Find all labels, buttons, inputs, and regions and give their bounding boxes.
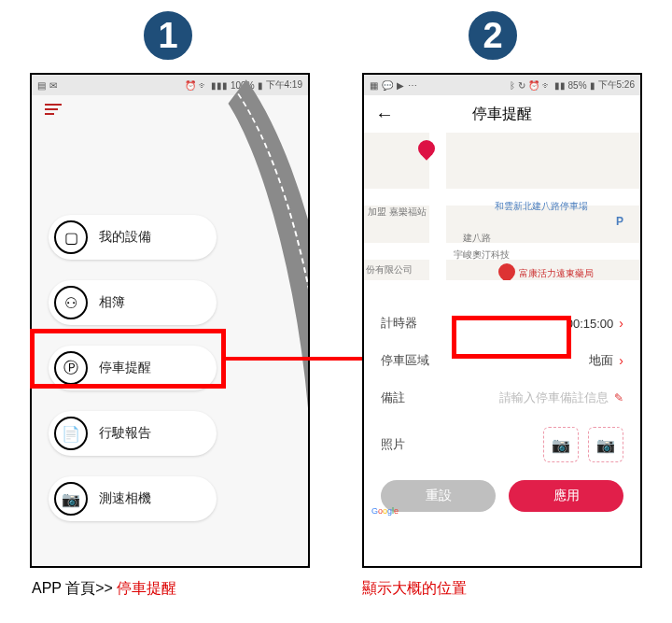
sim-icon: ▤ [37, 80, 46, 91]
alarm-icon: ⏰ [528, 80, 539, 91]
camera-icon: 📷 [54, 482, 88, 516]
pencil-icon: ✎ [614, 391, 623, 404]
device-icon: ▢ [54, 220, 88, 254]
step-badge-1: 1 [140, 7, 196, 64]
page-title: 停車提醒 [472, 105, 532, 124]
chevron-right-icon: › [619, 353, 623, 368]
caption-right: 顯示大概的位置 [362, 579, 467, 599]
map-poi: 富康活力遠東藥局 [519, 267, 594, 280]
map-poi: 加盟 嘉樂福站 [368, 205, 427, 219]
report-icon: 📄 [54, 417, 88, 450]
apply-button[interactable]: 應用 [509, 480, 623, 512]
highlight-box-location [452, 316, 571, 359]
camera-icon: 📷 [596, 436, 615, 454]
more-icon: ⋯ [408, 80, 417, 91]
camera-icon: 📷 [552, 436, 570, 454]
menu-label: 行駛報告 [99, 425, 151, 442]
clock-text: 下午5:26 [598, 78, 635, 92]
map-poi: 宇峻奧汀科技 [454, 248, 510, 262]
menu-label: 測速相機 [99, 490, 151, 507]
menu-item-speed-camera[interactable]: 📷 測速相機 [49, 476, 217, 521]
highlight-box-menu [30, 329, 226, 389]
row-note[interactable]: 備註 請輸入停車備註信息✎ [364, 379, 640, 417]
photo-slot[interactable]: 📷 [543, 427, 579, 462]
battery-text: 85% [568, 80, 587, 91]
map-poi: 份有限公司 [366, 263, 413, 276]
menu-label: 相簿 [99, 294, 125, 311]
battery-icon: ▮ [590, 80, 595, 91]
app-icon: ▦ [370, 80, 378, 91]
timer-value: 00:15:00 [567, 317, 614, 331]
row-label: 停車區域 [381, 352, 429, 369]
step-badge-2: 2 [465, 7, 521, 64]
sync-icon: ↻ [518, 80, 525, 91]
google-logo: Google [371, 506, 399, 516]
video-icon: ▶ [397, 80, 404, 91]
chat-icon: 💬 [382, 80, 393, 91]
back-icon[interactable]: ← [375, 104, 394, 125]
menu-item-driving-report[interactable]: 📄 行駛報告 [49, 411, 217, 456]
menu-item-album[interactable]: ⚇ 相簿 [49, 280, 217, 325]
phone-screenshot-1: ▤ ✉ ⏰ ᯤ ▮▮▮ 100% ▮ 下午4:19 ▢ 我的設備 ⚇ 相簿 Ⓟ … [30, 73, 310, 568]
bluetooth-icon: ᛒ [510, 80, 515, 91]
menu-item-my-device[interactable]: ▢ 我的設備 [49, 215, 217, 260]
clock-text: 下午4:19 [266, 78, 302, 92]
mail-icon: ✉ [49, 80, 57, 91]
row-label: 備註 [381, 389, 405, 406]
row-label: 計時器 [381, 315, 417, 332]
chevron-right-icon: › [619, 316, 623, 331]
status-bar: ▦ 💬 ▶ ⋯ ᛒ ↻ ⏰ ᯤ ▮▮ 85% ▮ 下午5:26 [364, 75, 640, 95]
map-poi: 和雲新北建八路停車場 [495, 200, 588, 213]
photo-slot[interactable]: 📷 [588, 427, 623, 462]
parking-p-icon: P [616, 215, 623, 228]
area-value: 地面 [589, 352, 613, 369]
button-row: 重設 應用 [364, 473, 640, 519]
battery-icon: ▮ [258, 80, 263, 91]
person-icon: ⚇ [54, 286, 88, 319]
signal-icon: ▮▮ [554, 80, 566, 91]
row-photo: 照片 📷 📷 [364, 417, 640, 473]
caption-text: APP 首頁>> [32, 580, 117, 596]
menu-label: 我的設備 [99, 229, 151, 246]
note-placeholder: 請輸入停車備註信息 [499, 389, 609, 406]
menu-icon[interactable] [45, 104, 62, 115]
caption-left: APP 首頁>> 停車提醒 [32, 579, 176, 599]
page-header: ← 停車提醒 [364, 95, 640, 133]
row-label: 照片 [381, 436, 405, 453]
map-road-label: 建八路 [463, 232, 491, 245]
wifi-icon: ᯤ [542, 80, 552, 91]
caption-highlight: 停車提醒 [117, 580, 176, 596]
